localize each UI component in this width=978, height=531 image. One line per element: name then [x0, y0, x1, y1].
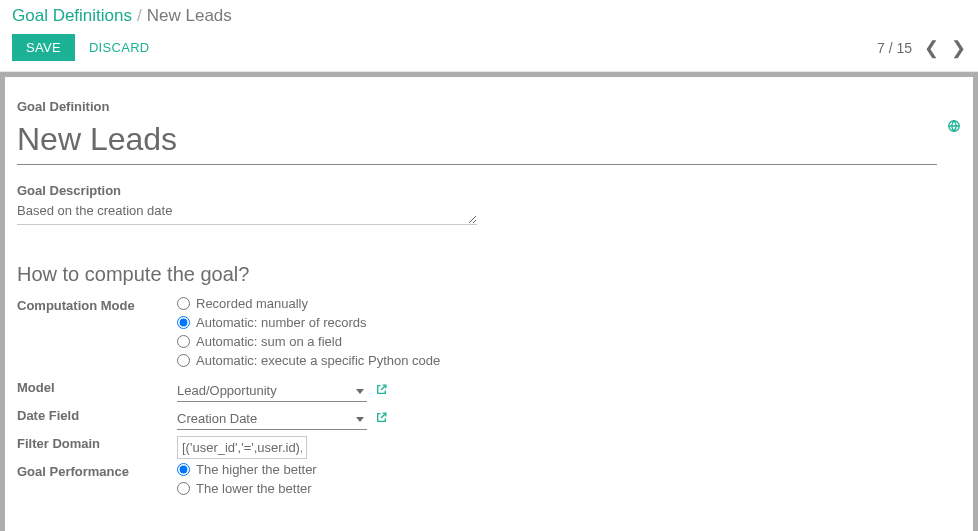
- pager-prev-icon[interactable]: ❮: [924, 39, 939, 57]
- computation-mode-option-label: Automatic: sum on a field: [196, 334, 342, 349]
- goal-performance-option[interactable]: The higher the better: [177, 462, 961, 477]
- model-select[interactable]: Lead/Opportunity: [177, 381, 367, 402]
- goal-description-label: Goal Description: [17, 183, 477, 198]
- breadcrumb: Goal Definitions/New Leads: [12, 6, 966, 26]
- pager-next-icon[interactable]: ❯: [951, 39, 966, 57]
- computation-mode-option-label: Automatic: number of records: [196, 315, 367, 330]
- breadcrumb-parent-link[interactable]: Goal Definitions: [12, 6, 132, 25]
- goal-definition-label: Goal Definition: [17, 99, 961, 114]
- goal-performance-label: Goal Performance: [17, 462, 177, 479]
- computation-mode-option-label: Recorded manually: [196, 296, 308, 311]
- computation-mode-radio[interactable]: [177, 316, 190, 329]
- goal-description-input[interactable]: Based on the creation date: [17, 201, 477, 225]
- goal-performance-option-label: The higher the better: [196, 462, 317, 477]
- computation-mode-option-label: Automatic: execute a specific Python cod…: [196, 353, 440, 368]
- computation-mode-radio[interactable]: [177, 297, 190, 310]
- compute-section-title: How to compute the goal?: [17, 263, 961, 286]
- pager-count: 7 / 15: [877, 40, 912, 56]
- model-label: Model: [17, 378, 177, 395]
- goal-performance-radio[interactable]: [177, 482, 190, 495]
- pager: 7 / 15 ❮ ❯: [877, 39, 966, 57]
- external-link-icon[interactable]: [375, 411, 388, 427]
- filter-domain-input[interactable]: [177, 436, 307, 459]
- goal-performance-option[interactable]: The lower the better: [177, 481, 961, 496]
- date-field-label: Date Field: [17, 406, 177, 423]
- filter-domain-label: Filter Domain: [17, 434, 177, 451]
- goal-performance-option-label: The lower the better: [196, 481, 312, 496]
- computation-mode-option[interactable]: Automatic: number of records: [177, 315, 961, 330]
- date-field-select[interactable]: Creation Date: [177, 409, 367, 430]
- breadcrumb-current: New Leads: [147, 6, 232, 25]
- globe-icon[interactable]: [947, 119, 961, 136]
- computation-mode-label: Computation Mode: [17, 296, 177, 313]
- computation-mode-option[interactable]: Automatic: sum on a field: [177, 334, 961, 349]
- goal-title-input[interactable]: [17, 119, 937, 165]
- computation-mode-radio[interactable]: [177, 335, 190, 348]
- computation-mode-option[interactable]: Recorded manually: [177, 296, 961, 311]
- save-button[interactable]: SAVE: [12, 34, 75, 61]
- computation-mode-radio[interactable]: [177, 354, 190, 367]
- discard-button[interactable]: DISCARD: [89, 40, 150, 55]
- external-link-icon[interactable]: [375, 383, 388, 399]
- computation-mode-option[interactable]: Automatic: execute a specific Python cod…: [177, 353, 961, 368]
- breadcrumb-separator: /: [137, 6, 142, 25]
- goal-performance-radio[interactable]: [177, 463, 190, 476]
